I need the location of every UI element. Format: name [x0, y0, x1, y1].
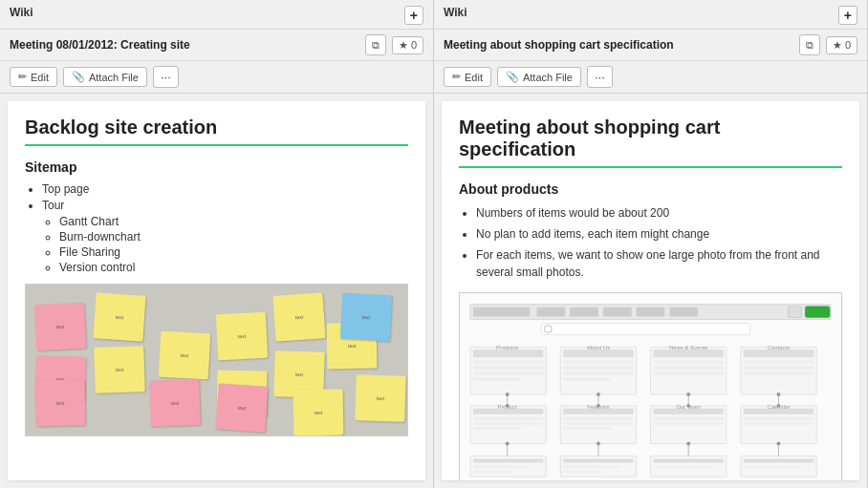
- left-attach-icon: 📎: [72, 71, 85, 83]
- svg-rect-43: [473, 417, 543, 420]
- left-title-bar: Meeting 08/01/2012: Creating site ⧉ ★ 0: [0, 30, 433, 61]
- right-more-btn[interactable]: ···: [587, 66, 613, 88]
- sub-list-item: File Sharing: [59, 245, 408, 259]
- svg-point-92: [776, 442, 780, 446]
- right-content-title: Meeting about shopping cart specificatio…: [459, 117, 842, 160]
- svg-point-69: [686, 404, 690, 408]
- sticky-notes-image: text text text text text text text text: [25, 284, 408, 436]
- left-app-name: Wiki: [10, 6, 33, 19]
- left-edit-icon: ✏: [18, 71, 27, 83]
- svg-rect-20: [563, 360, 633, 364]
- svg-rect-23: [563, 377, 611, 381]
- svg-rect-83: [744, 458, 814, 462]
- left-page-title: Meeting 08/01/2012: Creating site: [10, 38, 359, 52]
- svg-rect-6: [669, 308, 698, 317]
- right-attach-btn[interactable]: 📎 Attach File: [497, 67, 581, 87]
- svg-rect-16: [473, 377, 521, 381]
- svg-point-67: [506, 404, 510, 408]
- left-panel: Wiki + Meeting 08/01/2012: Creating site…: [0, 0, 434, 488]
- svg-rect-35: [744, 371, 814, 375]
- right-app-name: Wiki: [444, 6, 467, 19]
- left-star-btn[interactable]: ★ 0: [392, 36, 423, 54]
- svg-point-89: [506, 442, 510, 446]
- right-edit-label: Edit: [465, 72, 483, 83]
- svg-rect-51: [563, 427, 611, 430]
- right-copy-btn[interactable]: ⧉: [799, 34, 820, 55]
- svg-rect-49: [563, 417, 633, 420]
- svg-point-90: [597, 442, 600, 446]
- left-more-btn[interactable]: ···: [153, 66, 179, 88]
- right-attach-icon: 📎: [506, 71, 519, 83]
- svg-point-65: [686, 393, 690, 396]
- list-item: Tour Gantt Chart Burn-downchart File Sha…: [42, 199, 408, 274]
- svg-point-91: [686, 442, 690, 446]
- svg-rect-12: [473, 350, 543, 357]
- left-attach-label: Attach File: [89, 72, 139, 83]
- svg-rect-28: [653, 366, 723, 370]
- svg-rect-15: [473, 371, 543, 375]
- svg-rect-32: [744, 350, 814, 357]
- svg-rect-73: [473, 465, 531, 468]
- svg-rect-9: [541, 324, 749, 335]
- left-edit-label: Edit: [31, 72, 49, 83]
- svg-rect-34: [744, 366, 814, 370]
- svg-rect-3: [570, 308, 598, 317]
- svg-rect-50: [563, 422, 633, 425]
- svg-rect-5: [637, 308, 665, 317]
- list-item: No plan to add items, each item might ch…: [476, 225, 842, 243]
- right-title-divider: [459, 166, 842, 168]
- svg-rect-55: [653, 417, 723, 420]
- svg-rect-60: [744, 417, 814, 420]
- right-toolbar: ✏ Edit 📎 Attach File ···: [434, 61, 867, 94]
- right-app-name-bar: Wiki +: [434, 0, 867, 30]
- svg-text:Contacts: Contacts: [768, 345, 790, 350]
- svg-rect-77: [563, 465, 620, 468]
- svg-point-63: [506, 393, 510, 396]
- list-item: For each items, we want to show one larg…: [476, 246, 842, 281]
- svg-rect-44: [473, 422, 543, 425]
- right-star-btn[interactable]: ★ 0: [826, 36, 857, 54]
- left-edit-btn[interactable]: ✏ Edit: [10, 67, 57, 87]
- left-app-name-bar: Wiki +: [0, 0, 433, 30]
- svg-rect-74: [473, 470, 511, 473]
- svg-rect-21: [563, 366, 633, 370]
- right-title-bar: Meeting about shopping cart specificatio…: [434, 30, 867, 61]
- right-bullet-list: Numbers of items would be about 200 No p…: [459, 204, 842, 281]
- right-page-title: Meeting about shopping cart specificatio…: [444, 38, 793, 52]
- svg-point-64: [597, 393, 600, 396]
- svg-rect-29: [653, 371, 723, 375]
- svg-rect-61: [744, 422, 814, 425]
- svg-rect-7: [788, 307, 801, 318]
- right-plus-btn[interactable]: +: [838, 6, 857, 25]
- list-item: Top page: [42, 182, 408, 196]
- right-edit-btn[interactable]: ✏ Edit: [444, 67, 491, 87]
- left-attach-btn[interactable]: 📎 Attach File: [63, 67, 147, 87]
- left-star-icon: ★: [399, 39, 408, 52]
- svg-rect-76: [563, 458, 633, 462]
- svg-rect-27: [653, 360, 723, 364]
- sub-list-item: Gantt Chart: [59, 215, 408, 228]
- left-title-divider: [25, 144, 408, 146]
- svg-rect-80: [653, 458, 723, 462]
- svg-text:News & Events: News & Events: [669, 345, 707, 350]
- left-content-title: Backlog site creation: [25, 117, 408, 138]
- svg-point-66: [776, 393, 780, 396]
- left-plus-btn[interactable]: +: [404, 6, 423, 25]
- wireframe-diagram: Products About Us News & Events: [459, 292, 842, 480]
- left-sub-list: Gantt Chart Burn-downchart File Sharing …: [42, 215, 408, 274]
- left-bullet-list: Top page Tour Gantt Chart Burn-downchart…: [25, 182, 408, 274]
- svg-rect-84: [744, 465, 801, 468]
- right-content-area: Meeting about shopping cart specificatio…: [442, 101, 859, 480]
- right-section-heading: About products: [459, 181, 842, 197]
- sub-list-item: Version control: [59, 261, 408, 274]
- svg-rect-14: [473, 366, 543, 370]
- svg-rect-1: [473, 308, 531, 317]
- svg-rect-45: [473, 427, 521, 430]
- right-star-count: 0: [845, 39, 851, 51]
- left-copy-btn[interactable]: ⧉: [365, 34, 386, 55]
- svg-rect-22: [563, 371, 633, 375]
- right-edit-icon: ✏: [452, 71, 461, 83]
- svg-rect-4: [603, 308, 632, 317]
- svg-point-70: [776, 404, 780, 408]
- right-star-icon: ★: [833, 39, 842, 52]
